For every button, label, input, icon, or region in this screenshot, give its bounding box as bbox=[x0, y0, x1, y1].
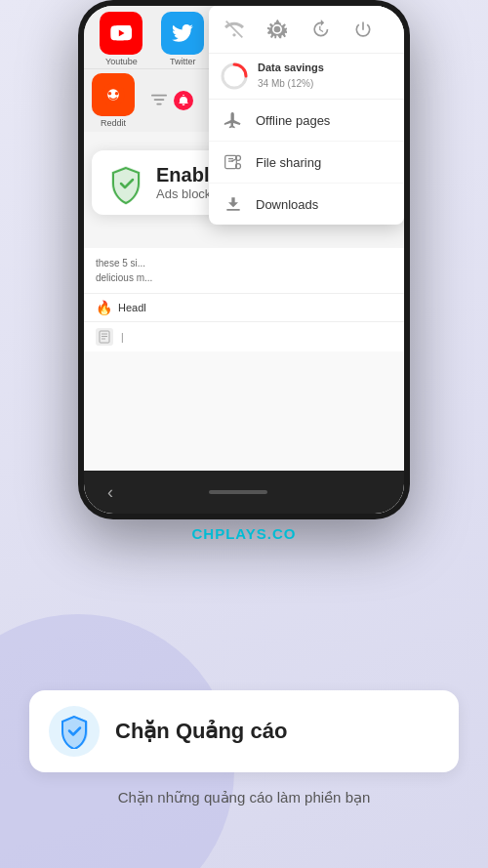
data-savings-icon bbox=[221, 62, 248, 90]
svg-line-20 bbox=[231, 159, 235, 161]
feature-title: Chặn Quảng cáo bbox=[115, 719, 287, 744]
article-icon bbox=[96, 328, 113, 346]
dropdown-menu: Data savings 34 Mb (12%) Offline pages bbox=[209, 6, 404, 225]
power-icon[interactable] bbox=[349, 16, 377, 43]
article-label: | bbox=[121, 332, 124, 343]
phone-frame: Youtube Twitter Twitch N bbox=[78, 0, 410, 519]
reddit-label: Reddit bbox=[101, 118, 126, 128]
headline-row: 🔥 Headl bbox=[84, 293, 404, 321]
twitter-icon-bg bbox=[161, 12, 204, 55]
headline-text: Headl bbox=[118, 302, 146, 313]
home-indicator[interactable] bbox=[209, 490, 267, 494]
watermark-area: CHPLAYS.CO bbox=[78, 525, 410, 543]
vpn-shield-icon bbox=[107, 164, 144, 201]
downloads-label: Downloads bbox=[256, 197, 318, 212]
youtube-label: Youtube bbox=[105, 57, 138, 66]
data-savings-label: Data savings bbox=[258, 62, 324, 73]
data-savings-value: 34 Mb (12%) bbox=[258, 78, 313, 89]
feature-description: Chặn những quảng cáo làm phiền bạn bbox=[29, 786, 459, 809]
phone-screen: Youtube Twitter Twitch N bbox=[84, 6, 404, 514]
svg-point-8 bbox=[115, 92, 119, 96]
data-savings-text: Data savings 34 Mb (12%) bbox=[258, 62, 324, 91]
browser-text: these 5 si...delicious m... bbox=[84, 248, 404, 293]
feature-shield-icon bbox=[49, 706, 100, 757]
feature-card: Chặn Quảng cáo bbox=[29, 690, 459, 772]
phone-nav-bar: ‹ bbox=[84, 471, 404, 514]
downloads-item[interactable]: Downloads bbox=[209, 184, 404, 225]
data-savings-row[interactable]: Data savings 34 Mb (12%) bbox=[209, 54, 404, 100]
notification-dot bbox=[174, 91, 193, 110]
download-icon bbox=[223, 193, 244, 215]
content-text: these 5 si...delicious m... bbox=[96, 258, 152, 283]
svg-point-7 bbox=[108, 92, 112, 96]
flame-icon: 🔥 bbox=[96, 300, 112, 315]
file-sharing-item[interactable]: File sharing bbox=[209, 142, 404, 184]
settings-icon[interactable] bbox=[264, 16, 291, 43]
svg-rect-15 bbox=[225, 155, 237, 168]
bottom-section: Chặn Quảng cáo Chặn những quảng cáo làm … bbox=[0, 671, 488, 829]
svg-rect-11 bbox=[156, 103, 161, 105]
airplane-icon bbox=[223, 109, 244, 131]
svg-rect-10 bbox=[154, 99, 165, 101]
history-icon[interactable] bbox=[306, 16, 334, 43]
svg-rect-9 bbox=[151, 95, 167, 97]
filter-icon[interactable] bbox=[150, 92, 168, 109]
phone-wrapper: Youtube Twitter Twitch N bbox=[78, 0, 410, 543]
youtube-icon-bg bbox=[100, 12, 142, 55]
offline-pages-label: Offline pages bbox=[256, 113, 330, 128]
no-wifi-icon[interactable] bbox=[221, 16, 248, 43]
article-row: | bbox=[84, 321, 404, 351]
twitter-label: Twitter bbox=[170, 57, 196, 66]
dropdown-top-icons bbox=[209, 6, 404, 54]
browser-content-area: these 5 si...delicious m... 🔥 Headl | bbox=[84, 248, 404, 471]
fileshare-icon bbox=[223, 151, 244, 173]
app-icon-reddit[interactable]: Reddit bbox=[92, 73, 135, 128]
offline-pages-item[interactable]: Offline pages bbox=[209, 100, 404, 142]
app-icon-youtube[interactable]: Youtube bbox=[92, 12, 151, 66]
svg-point-13 bbox=[232, 33, 235, 36]
reddit-icon-bg bbox=[92, 73, 135, 116]
file-sharing-label: File sharing bbox=[256, 155, 321, 170]
watermark-text: CHPLAYS.CO bbox=[192, 525, 297, 542]
app-icon-twitter[interactable]: Twitter bbox=[153, 12, 213, 66]
back-button[interactable]: ‹ bbox=[107, 482, 113, 503]
